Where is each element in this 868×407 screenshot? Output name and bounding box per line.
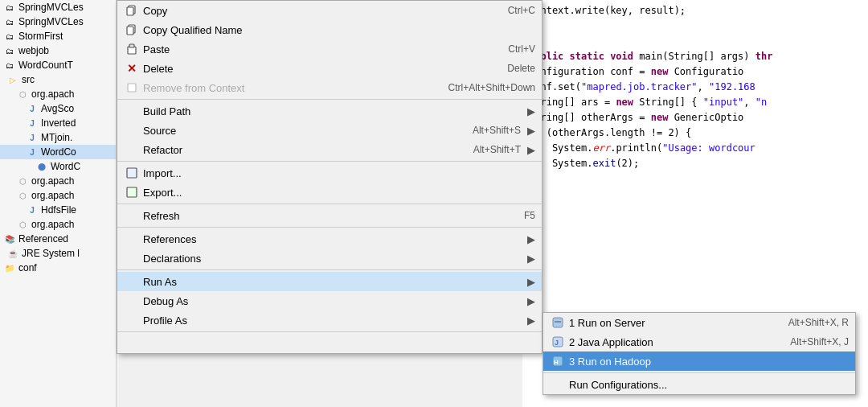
submenu-separator bbox=[543, 372, 855, 373]
package-icon: ⬡ bbox=[16, 88, 29, 101]
menu-separator bbox=[117, 269, 542, 270]
shortcut-label: Delete bbox=[507, 63, 535, 74]
folder-icon: ▷ bbox=[6, 73, 19, 86]
menu-item-validate[interactable] bbox=[117, 334, 542, 353]
menu-separator bbox=[117, 204, 542, 204]
menu-label: Paste bbox=[143, 43, 492, 56]
sidebar-item-stormfirst[interactable]: 🗂 StormFirst bbox=[0, 29, 116, 43]
java-icon: J bbox=[26, 131, 39, 144]
sidebar-item-wordcountt[interactable]: 🗂 WordCountT bbox=[0, 58, 116, 72]
sidebar-item-jresystem[interactable]: ☕ JRE System l bbox=[0, 246, 116, 261]
sidebar-item-wordc[interactable]: ⬤ WordC bbox=[0, 159, 116, 174]
references-icon bbox=[124, 232, 140, 245]
copy-qualified-icon bbox=[124, 23, 140, 36]
menu-separator bbox=[117, 227, 542, 228]
submenu-item-java-application[interactable]: J 2 Java Application Alt+Shift+X, J bbox=[543, 332, 855, 352]
menu-item-references[interactable]: References ▶ bbox=[117, 229, 542, 249]
sidebar-item-hdfsfile[interactable]: J HdfsFile bbox=[0, 203, 116, 217]
menu-label: Refresh bbox=[143, 210, 508, 222]
menu-item-build-path[interactable]: Build Path ▶ bbox=[117, 101, 542, 121]
menu-item-debug-as[interactable]: Debug As ▶ bbox=[117, 291, 542, 310]
sidebar-label: Referenced bbox=[18, 233, 68, 245]
run-as-submenu: 1 Run on Server Alt+Shift+X, R J 2 Java … bbox=[542, 312, 856, 395]
sidebar-item-referenced[interactable]: 📚 Referenced bbox=[0, 232, 116, 246]
shortcut-label: Ctrl+V bbox=[508, 43, 535, 55]
shortcut-label: Alt+Shift+S bbox=[473, 125, 521, 136]
project-icon: 🗂 bbox=[3, 59, 16, 72]
refactor-icon bbox=[124, 143, 140, 156]
sidebar-item-src[interactable]: ▷ src bbox=[0, 72, 116, 87]
server-icon bbox=[550, 316, 566, 329]
sidebar-label: org.apach bbox=[31, 219, 74, 230]
sidebar-item-conf[interactable]: 📁 conf bbox=[0, 261, 116, 275]
profile-as-icon bbox=[124, 314, 140, 327]
delete-icon: ✕ bbox=[124, 62, 140, 75]
menu-label: Source bbox=[143, 125, 457, 137]
menu-item-copy[interactable]: Copy Ctrl+C bbox=[117, 1, 542, 20]
svg-rect-10 bbox=[555, 321, 561, 323]
source-icon bbox=[124, 124, 140, 137]
menu-label: Export... bbox=[143, 187, 535, 199]
package-icon: ⬡ bbox=[16, 175, 29, 187]
submenu-item-run-configurations[interactable]: Run Configurations... bbox=[543, 375, 855, 394]
menu-item-export[interactable]: Export... bbox=[117, 183, 542, 202]
sidebar-label: webjob bbox=[18, 45, 49, 56]
export-icon bbox=[124, 186, 140, 199]
submenu-arrow: ▶ bbox=[527, 253, 535, 265]
menu-label: Build Path bbox=[143, 105, 521, 117]
submenu-item-run-on-hadoop[interactable]: H 3 Run on Hadoop bbox=[543, 352, 855, 371]
run-config-icon bbox=[550, 378, 566, 391]
project-icon: 🗂 bbox=[3, 30, 16, 43]
shortcut-label: Ctrl+Alt+Shift+Down bbox=[448, 82, 535, 93]
menu-item-delete[interactable]: ✕ Delete Delete bbox=[117, 59, 542, 78]
sidebar-item-orgapach3[interactable]: ⬡ org.apach bbox=[0, 188, 116, 203]
menu-item-profile-as[interactable]: Profile As ▶ bbox=[117, 310, 542, 330]
sidebar: 🗂 SpringMVCLes 🗂 SpringMVCLes 🗂 StormFir… bbox=[0, 0, 117, 407]
menu-label: Refactor bbox=[143, 144, 457, 156]
sidebar-label: MTjoin. bbox=[41, 132, 72, 143]
sidebar-label: src bbox=[22, 74, 35, 85]
validate-icon bbox=[124, 337, 140, 350]
sidebar-item-orgapach2[interactable]: ⬡ org.apach bbox=[0, 174, 116, 188]
sidebar-label: conf bbox=[18, 262, 37, 273]
svg-text:H: H bbox=[554, 359, 559, 366]
sidebar-label: AvgSco bbox=[41, 103, 74, 114]
menu-item-run-as[interactable]: Run As ▶ bbox=[117, 272, 542, 291]
sidebar-item-orgapach1[interactable]: ⬡ org.apach bbox=[0, 87, 116, 101]
menu-item-source[interactable]: Source Alt+Shift+S ▶ bbox=[117, 121, 542, 140]
submenu-arrow: ▶ bbox=[527, 144, 535, 156]
menu-separator bbox=[117, 161, 542, 162]
menu-label: Copy bbox=[143, 5, 492, 17]
menu-item-paste[interactable]: Paste Ctrl+V bbox=[117, 39, 542, 59]
menu-item-import[interactable]: Import... bbox=[117, 163, 542, 183]
copy-icon bbox=[124, 4, 140, 17]
debug-as-icon bbox=[124, 294, 140, 307]
menu-item-remove-from-context[interactable]: Remove from Context Ctrl+Alt+Shift+Down bbox=[117, 78, 542, 97]
menu-label: References bbox=[143, 233, 521, 245]
java-app-icon: J bbox=[550, 335, 566, 348]
submenu-arrow: ▶ bbox=[527, 233, 535, 245]
sidebar-item-springmvc1[interactable]: 🗂 SpringMVCLes bbox=[0, 0, 116, 14]
submenu-item-run-on-server[interactable]: 1 Run on Server Alt+Shift+X, R bbox=[543, 313, 855, 332]
sidebar-item-springmvc2[interactable]: 🗂 SpringMVCLes bbox=[0, 14, 116, 29]
menu-separator bbox=[117, 331, 542, 332]
sidebar-item-orgapach4[interactable]: ⬡ org.apach bbox=[0, 217, 116, 232]
shortcut-label: Alt+Shift+X, J bbox=[790, 336, 849, 347]
package-icon: ⬡ bbox=[16, 189, 29, 202]
menu-item-copy-qualified-name[interactable]: Copy Qualified Name bbox=[117, 20, 542, 39]
sidebar-item-avgsco[interactable]: J AvgSco bbox=[0, 101, 116, 116]
svg-rect-1 bbox=[127, 7, 133, 15]
menu-label: 3 Run on Hadoop bbox=[569, 356, 833, 368]
svg-rect-7 bbox=[127, 168, 137, 178]
sidebar-item-webjob[interactable]: 🗂 webjob bbox=[0, 43, 116, 58]
submenu-arrow: ▶ bbox=[527, 276, 535, 288]
menu-item-refresh[interactable]: Refresh F5 bbox=[117, 206, 542, 225]
sidebar-label: WordCo bbox=[41, 146, 76, 158]
java-icon: J bbox=[26, 204, 39, 216]
menu-item-refactor[interactable]: Refactor Alt+Shift+T ▶ bbox=[117, 140, 542, 159]
context-menu: Copy Ctrl+C Copy Qualified Name Paste Ct… bbox=[117, 0, 542, 354]
sidebar-item-wordcc[interactable]: J WordCo bbox=[0, 145, 116, 159]
sidebar-item-mtjoin[interactable]: J MTjoin. bbox=[0, 130, 116, 145]
sidebar-item-inverted[interactable]: J Inverted bbox=[0, 116, 116, 130]
menu-item-declarations[interactable]: Declarations ▶ bbox=[117, 249, 542, 268]
